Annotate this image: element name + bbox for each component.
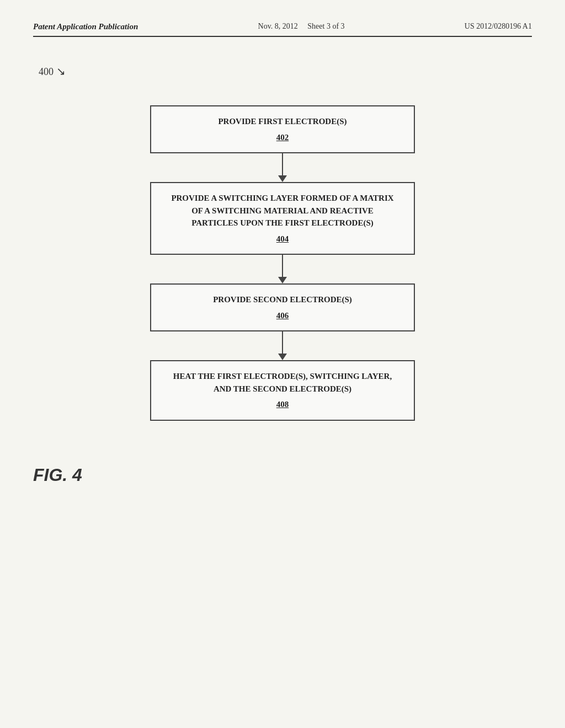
header-date-sheet: Nov. 8, 2012 Sheet 3 of 3	[258, 22, 345, 31]
arrow-head-1	[278, 175, 287, 182]
arrow-line-3	[282, 331, 283, 354]
flow-arrow-1	[278, 153, 287, 182]
sheet-number: Sheet 3 of 3	[307, 22, 344, 30]
flow-box-408-number: 408	[168, 398, 397, 411]
patent-number: US 2012/0280196 A1	[465, 22, 532, 31]
flow-box-406: PROVIDE SECOND ELECTRODE(S) 406	[150, 283, 415, 331]
flow-box-402: PROVIDE FIRST ELECTRODE(S) 402	[150, 105, 415, 153]
flow-box-406-number: 406	[168, 309, 397, 322]
diagram-container: 400 ↘ PROVIDE FIRST ELECTRODE(S) 402 PRO…	[33, 53, 532, 485]
flow-arrow-3	[278, 331, 287, 360]
diagram-arrow: ↘	[56, 65, 66, 78]
flow-box-402-text: PROVIDE FIRST ELECTRODE(S)	[218, 117, 347, 126]
arrow-line-2	[282, 255, 283, 277]
flow-box-404: PROVIDE A SWITCHING LAYER FORMED OF A MA…	[150, 182, 415, 255]
arrow-head-2	[278, 277, 287, 283]
flow-box-408: HEAT THE FIRST ELECTRODE(S), SWITCHING L…	[150, 360, 415, 421]
flowchart: PROVIDE FIRST ELECTRODE(S) 402 PROVIDE A…	[33, 105, 532, 421]
diagram-label: 400 ↘	[39, 65, 66, 78]
flow-arrow-2	[278, 255, 287, 283]
flow-box-402-number: 402	[168, 131, 397, 144]
flow-box-404-text: PROVIDE A SWITCHING LAYER FORMED OF A MA…	[171, 194, 393, 227]
flow-box-404-number: 404	[168, 233, 397, 245]
flow-box-406-text: PROVIDE SECOND ELECTRODE(S)	[213, 295, 352, 304]
page: Patent Application Publication Nov. 8, 2…	[0, 0, 565, 728]
publication-date: Nov. 8, 2012	[258, 22, 298, 30]
arrow-head-3	[278, 354, 287, 360]
page-header: Patent Application Publication Nov. 8, 2…	[33, 22, 532, 37]
publication-title: Patent Application Publication	[33, 22, 138, 31]
arrow-line-1	[282, 153, 283, 175]
flow-box-408-text: HEAT THE FIRST ELECTRODE(S), SWITCHING L…	[173, 372, 392, 393]
figure-caption: FIG. 4	[33, 465, 82, 485]
diagram-number: 400	[39, 66, 54, 77]
